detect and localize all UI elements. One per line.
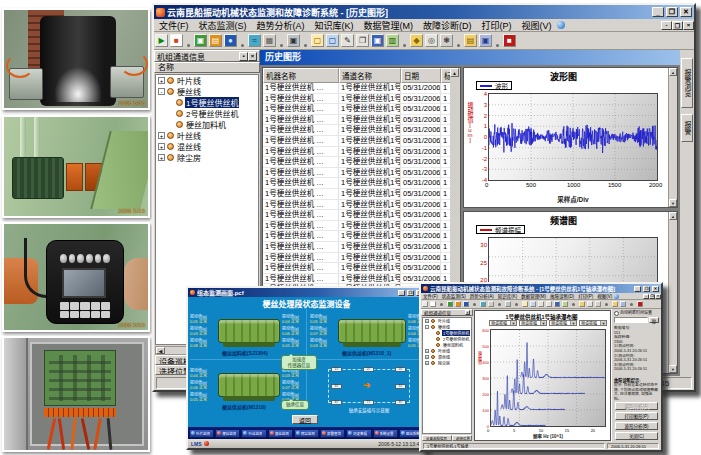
table-row[interactable]: 1号梗丝供丝机 …1号梗丝供丝机1号…05/31/2006 …1	[263, 168, 460, 179]
chevron-down-icon[interactable]: ▼	[570, 321, 576, 325]
tree-item[interactable]: +除尘房	[423, 360, 471, 366]
scroll-down-arrow[interactable]: ▼	[669, 365, 677, 373]
doc-save-icon[interactable]: ▣	[371, 34, 384, 47]
chevron-down-icon[interactable]: ▼	[540, 321, 546, 325]
table-row[interactable]: 1号梗丝供丝机 …1号梗丝供丝机1号…05/31/2006 …1	[263, 94, 460, 105]
tree-item[interactable]: +叶丝线	[156, 130, 258, 141]
doc-open-icon[interactable]	[530, 301, 536, 307]
menu-item-3[interactable]: 趋势分析(A)	[468, 293, 496, 299]
table-row[interactable]: 1号梗丝供丝机 …1号梗丝供丝机1号…05/31/2006 …1	[263, 178, 460, 189]
chevron-down-icon[interactable]: ▼	[510, 321, 516, 325]
scroll-up-arrow[interactable]: ▲	[669, 68, 677, 76]
tab-select-location[interactable]: 选择位置	[452, 435, 472, 441]
scroll-up-arrow[interactable]: ▲	[669, 212, 677, 220]
close-button[interactable]: ✕	[680, 7, 692, 17]
maximize-button[interactable]: ❐	[666, 7, 678, 17]
table-row[interactable]: 1号梗丝供丝机 …1号梗丝供丝机1号…05/31/2006 …1	[263, 115, 460, 126]
table-row[interactable]: 1号梗丝供丝机 …1号梗丝供丝机1号…05/31/2006 …1	[263, 253, 460, 264]
table-row[interactable]: 1号梗丝供丝机 …1号梗丝供丝机1号…05/31/2006 …1	[263, 200, 460, 211]
panel-button-4[interactable]: 关闭(C)	[615, 432, 658, 440]
folder-icon[interactable]: ▤	[464, 34, 477, 47]
column-header-3[interactable]: 日期	[401, 68, 441, 83]
snapshot-icon[interactable]	[505, 301, 511, 307]
dock-close-icon[interactable]: ×	[465, 310, 470, 315]
table-row[interactable]: 1号梗丝供丝机 …1号梗丝供丝机1号…05/31/2006 …1	[263, 231, 460, 242]
mdi-close-button[interactable]: ×	[655, 294, 661, 299]
knowledge-icon[interactable]: ●	[224, 34, 237, 47]
panel-button-3[interactable]: 波形分析(B)	[615, 422, 658, 430]
minimize-button[interactable]: _	[398, 290, 405, 296]
doc-export-icon[interactable]	[562, 301, 568, 307]
compass-icon[interactable]	[579, 301, 585, 307]
table-row[interactable]: 1号梗丝供丝机 …1号梗丝供丝机1号…05/31/2006 …1	[263, 147, 460, 158]
image-icon[interactable]	[488, 301, 494, 307]
maximize-button[interactable]: ❐	[407, 290, 414, 296]
back-button[interactable]: 返回	[292, 415, 318, 424]
minimize-button[interactable]: _	[652, 7, 664, 17]
spectrum-select-3[interactable]: 频谱振幅▼	[549, 320, 577, 326]
search-icon[interactable]	[587, 301, 593, 307]
trend-icon[interactable]	[455, 301, 461, 307]
menu-item-6[interactable]: 故障诊断(D)	[548, 293, 576, 299]
start-icon[interactable]: ▶	[155, 34, 168, 47]
doc-export-icon[interactable]: ▥	[386, 34, 399, 47]
menu-item-1[interactable]: 文件(F)	[421, 293, 440, 299]
expand-icon[interactable]: +	[425, 349, 429, 353]
pin-icon[interactable]: ▪	[239, 52, 248, 61]
doc-new-icon[interactable]: ▢	[311, 34, 324, 47]
scroll-down-arrow[interactable]: ▼	[669, 199, 677, 207]
menu-item-2[interactable]: 状态监测(S)	[440, 293, 468, 299]
expand-icon[interactable]: +	[158, 143, 165, 150]
table-row[interactable]: 1号梗丝供丝机 …1号梗丝供丝机1号…05/31/2006 …1	[263, 263, 460, 274]
table-row[interactable]: 1号梗丝供丝机 …1号梗丝供丝机1号…05/31/2006 …1	[263, 83, 460, 94]
menu-item-2[interactable]: 状态监测(S)	[194, 19, 252, 32]
taskbar-item-3[interactable]: 叶丝监测	[241, 429, 266, 438]
panel-button-2[interactable]: 打印图形(P)	[615, 412, 658, 420]
spectrum-select-4[interactable]: 频谱振幅▼	[579, 320, 607, 326]
tree-item[interactable]: 1号梗丝供丝机	[156, 97, 258, 108]
taskbar-item-8[interactable]: 系统设置	[373, 429, 398, 438]
monitor-icon[interactable]: ▣	[194, 34, 207, 47]
chevron-down-icon[interactable]: ▼	[600, 321, 606, 325]
table-row[interactable]: 1号梗丝供丝机 …1号梗丝供丝机1号…05/31/2006 …1	[263, 136, 460, 147]
gear-icon[interactable]	[595, 301, 601, 307]
main-titlebar[interactable]: 云南昆船振动机械状态监测和故障诊断系统 - [历史图形] _ ❐ ✕	[154, 5, 694, 19]
table-row[interactable]: 1号梗丝供丝机 …1号梗丝供丝机1号…05/31/2006 …1	[263, 104, 460, 115]
stop-icon[interactable]	[430, 301, 436, 307]
send-icon[interactable]	[620, 301, 626, 307]
doc-edit-icon[interactable]	[538, 301, 544, 307]
folder-icon[interactable]	[612, 301, 618, 307]
refresh-unit-button[interactable]: 秒	[649, 317, 659, 323]
collapse-icon[interactable]: -	[425, 325, 429, 329]
close-button[interactable]: ✕	[652, 286, 659, 292]
scroll-up-arrow[interactable]: ▲	[450, 68, 459, 77]
waterfall-titlebar[interactable]: 云南昆船振动机械状态监测和故障诊断系统 - [1号梗丝供丝机1号轴承瀑布图] _…	[421, 284, 661, 293]
menu-item-4[interactable]: 知识库(K)	[310, 19, 359, 32]
expand-icon[interactable]: +	[158, 154, 165, 161]
tree-item[interactable]: 梗丝加料机	[156, 119, 258, 130]
menu-item-6[interactable]: 故障诊断(D)	[418, 19, 477, 32]
image-icon[interactable]: ▦	[263, 34, 276, 47]
alarm-icon[interactable]: ■	[503, 34, 516, 47]
send-icon[interactable]: ▣	[479, 34, 492, 47]
gear-icon[interactable]: ✱	[440, 34, 453, 47]
menu-item-8[interactable]: 视图(V)	[595, 293, 614, 299]
taskbar-item-6[interactable]: 报警查询	[320, 429, 345, 438]
mdi-restore-button[interactable]: ❐	[672, 21, 683, 30]
expand-icon[interactable]: +	[425, 361, 429, 365]
compass-icon[interactable]: ◆	[410, 34, 423, 47]
table-row[interactable]: 1号梗丝供丝机 …1号梗丝供丝机1号…05/31/2006 …1	[263, 221, 460, 232]
menu-item-7[interactable]: 打印(P)	[576, 293, 595, 299]
knowledge-icon[interactable]	[463, 301, 469, 307]
expand-icon[interactable]: +	[158, 77, 165, 84]
scada-titlebar[interactable]: 组态监测画面.pcf _ ❐ ✕	[188, 288, 425, 297]
wave-icon[interactable]	[480, 301, 486, 307]
tree-item[interactable]: +叶片线	[156, 75, 258, 86]
tab-device-patrol[interactable]: 设备巡检信息	[422, 435, 452, 441]
chart-vscrollbar[interactable]: ▲ ▼	[668, 68, 677, 207]
maximize-button[interactable]: ❐	[643, 286, 650, 292]
table-row[interactable]: 1号梗丝供丝机 …1号梗丝供丝机1号…05/31/2006 …1	[263, 210, 460, 221]
monitor-icon[interactable]	[447, 301, 453, 307]
taskbar-item-4[interactable]: 混丝监测	[268, 429, 293, 438]
search-icon[interactable]: ◎	[425, 34, 438, 47]
